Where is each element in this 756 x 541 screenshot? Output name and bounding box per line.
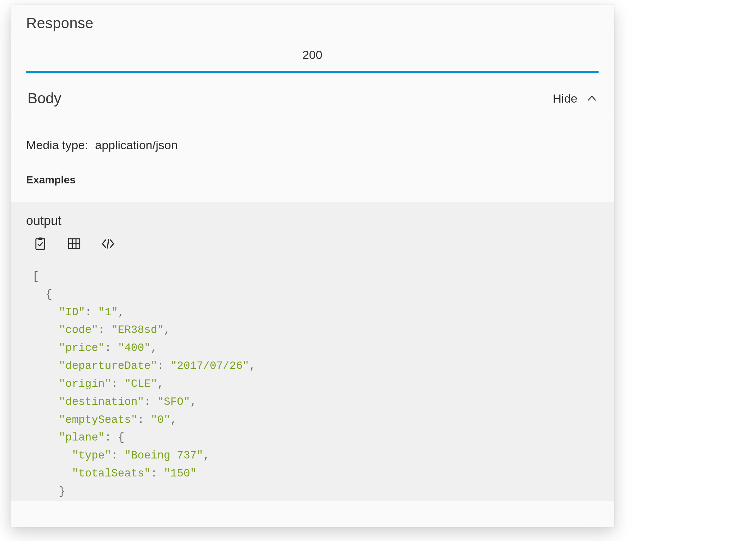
media-type-label: Media type:	[26, 138, 88, 152]
example-toolbar	[26, 235, 599, 261]
svg-line-6	[107, 239, 109, 248]
svg-rect-1	[38, 238, 42, 240]
body-toggle-label: Hide	[553, 92, 577, 105]
clipboard-check-icon[interactable]	[32, 236, 48, 251]
response-panel: Response 200 Body Hide Media type: appli…	[11, 5, 614, 527]
code-icon[interactable]	[100, 236, 116, 251]
media-type-value: application/json	[95, 138, 178, 152]
examples-label: Examples	[11, 158, 614, 192]
body-header-row: Body Hide	[12, 73, 613, 117]
media-type-row: Media type: application/json	[11, 117, 614, 158]
example-block: output	[11, 202, 614, 501]
status-tab-row: 200	[11, 40, 614, 71]
response-heading: Response	[11, 5, 614, 40]
body-toggle[interactable]: Hide	[553, 92, 597, 105]
example-title: output	[26, 212, 599, 235]
status-tab-200[interactable]: 200	[26, 40, 599, 71]
json-code-block: [ { "ID": "1", "code": "ER38sd", "price"…	[26, 261, 599, 501]
svg-rect-0	[36, 239, 45, 249]
grid-icon[interactable]	[66, 236, 82, 251]
body-heading: Body	[28, 90, 61, 107]
chevron-up-icon	[587, 93, 597, 104]
